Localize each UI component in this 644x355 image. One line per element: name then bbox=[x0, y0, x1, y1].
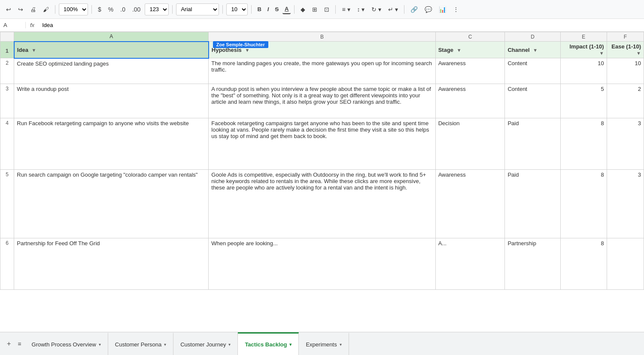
tab-persona-label: Customer Persona bbox=[115, 341, 161, 348]
rotate-button[interactable]: ↻ ▾ bbox=[369, 4, 384, 15]
divider-3 bbox=[172, 5, 173, 14]
row-idea-1[interactable]: Write a roundup post bbox=[14, 84, 209, 118]
row-ease-4[interactable] bbox=[607, 238, 644, 290]
font-select[interactable]: Arial bbox=[176, 3, 219, 15]
col-e-header[interactable]: E bbox=[560, 32, 607, 42]
header-idea-cell[interactable]: Idea ▼ Zoe Semple-Shuchter bbox=[14, 42, 209, 58]
wrap-button[interactable]: ↵ ▾ bbox=[386, 4, 401, 15]
col-f-header[interactable]: F bbox=[607, 32, 644, 42]
more-button[interactable]: ⋮ bbox=[450, 4, 462, 15]
col-a-header[interactable]: A bbox=[14, 32, 209, 42]
row-channel-2[interactable]: Paid bbox=[505, 118, 560, 170]
row-impact-3[interactable]: 8 bbox=[560, 170, 607, 238]
comment-button[interactable]: 💬 bbox=[422, 4, 434, 15]
tab-backlog-chevron: ▾ bbox=[289, 342, 292, 347]
tab-customer-journey[interactable]: Customer Journey ▾ bbox=[173, 332, 238, 355]
row-impact-4[interactable]: 8 bbox=[560, 238, 607, 290]
header-channel-cell[interactable]: Channel ▼ bbox=[505, 42, 560, 58]
tab-journey-chevron: ▾ bbox=[228, 342, 231, 347]
row-stage-3[interactable]: Awareness bbox=[435, 170, 505, 238]
tab-experiments-label: Experiments bbox=[306, 341, 337, 348]
row-channel-1[interactable]: Content bbox=[505, 84, 560, 118]
tab-growth-chevron: ▾ bbox=[99, 342, 101, 347]
link-button[interactable]: 🔗 bbox=[408, 4, 420, 15]
row-stage-2[interactable]: Decision bbox=[435, 118, 505, 170]
undo-button[interactable]: ↩ bbox=[3, 4, 14, 15]
impact-filter-icon[interactable]: ▼ bbox=[599, 51, 604, 56]
stage-filter-icon[interactable]: ▼ bbox=[457, 48, 462, 53]
font-size-select[interactable]: 10 bbox=[226, 3, 248, 15]
header-ease-cell[interactable]: Ease (1-10) ▼ bbox=[607, 42, 644, 58]
column-headers: A B C D E F bbox=[0, 32, 644, 42]
row-ease-1[interactable]: 2 bbox=[607, 84, 644, 118]
row-stage-4[interactable]: A... bbox=[435, 238, 505, 290]
tab-growth-process[interactable]: Growth Process Overview ▾ bbox=[25, 332, 108, 355]
header-impact-cell[interactable]: Impact (1-10) ▼ bbox=[560, 42, 607, 58]
idea-filter-icon[interactable]: ▼ bbox=[31, 48, 36, 53]
fill-color-button[interactable]: ◆ bbox=[298, 4, 308, 15]
merge-button[interactable]: ⊡ bbox=[322, 4, 332, 15]
format-select[interactable]: 123 bbox=[145, 3, 169, 15]
fx-label: fx bbox=[26, 22, 39, 28]
bold-button[interactable]: B bbox=[255, 5, 263, 14]
borders-button[interactable]: ⊞ bbox=[310, 4, 320, 15]
percent-button[interactable]: % bbox=[106, 4, 116, 15]
halign-button[interactable]: ≡ ▾ bbox=[339, 4, 352, 15]
sheet-tabs: + ≡ Growth Process Overview ▾ Customer P… bbox=[0, 332, 644, 355]
tab-customer-persona[interactable]: Customer Persona ▾ bbox=[108, 332, 173, 355]
col-d-header[interactable]: D bbox=[505, 32, 560, 42]
decimal0-button[interactable]: .0 bbox=[118, 4, 128, 15]
currency-button[interactable]: $ bbox=[95, 4, 104, 15]
underline-button[interactable]: A bbox=[283, 4, 291, 14]
chart-button[interactable]: 📊 bbox=[436, 4, 449, 15]
row-hypothesis-4[interactable]: When people are looking... bbox=[209, 238, 435, 290]
row-idea-2[interactable]: Run Facebook retargeting campaign to any… bbox=[14, 118, 209, 170]
italic-button[interactable]: I bbox=[265, 5, 271, 14]
row-idea-0[interactable]: Create SEO optimized landing pages bbox=[14, 58, 209, 84]
header-channel-label: Channel bbox=[507, 47, 529, 53]
row-hypothesis-1[interactable]: A roundup post is when you interview a f… bbox=[209, 84, 435, 118]
tab-experiments-chevron: ▾ bbox=[340, 342, 342, 347]
zoom-select[interactable]: 100% bbox=[59, 3, 88, 15]
spreadsheet-table: A B C D E F 1 Idea ▼ Zoe Semple-Shuchter… bbox=[0, 32, 644, 290]
tab-tactics-backlog[interactable]: Tactics Backlog ▾ bbox=[238, 332, 299, 355]
row-impact-0[interactable]: 10 bbox=[560, 58, 607, 84]
tab-growth-label: Growth Process Overview bbox=[32, 341, 96, 348]
channel-filter-icon[interactable]: ▼ bbox=[533, 48, 538, 53]
row-hypothesis-2[interactable]: Facebook retargeting campaigns target an… bbox=[209, 118, 435, 170]
redo-button[interactable]: ↪ bbox=[15, 4, 26, 15]
row-stage-0[interactable]: Awareness bbox=[435, 58, 505, 84]
hypothesis-filter-icon[interactable]: ▼ bbox=[245, 48, 249, 53]
header-stage-cell[interactable]: Stage ▼ bbox=[435, 42, 505, 58]
row-num-1: 1 bbox=[0, 42, 14, 58]
row-impact-1[interactable]: 5 bbox=[560, 84, 607, 118]
list-sheets-button[interactable]: ≡ bbox=[14, 339, 24, 349]
valign-button[interactable]: ↕ ▾ bbox=[355, 4, 368, 15]
row-idea-3[interactable]: Run search campaign on Google targeting … bbox=[14, 170, 209, 238]
formula-bar: A fx bbox=[0, 19, 644, 32]
ease-filter-icon[interactable]: ▼ bbox=[636, 51, 641, 56]
row-stage-1[interactable]: Awareness bbox=[435, 84, 505, 118]
row-ease-2[interactable]: 3 bbox=[607, 118, 644, 170]
corner-header bbox=[0, 32, 14, 42]
decimal00-button[interactable]: .00 bbox=[130, 4, 143, 15]
row-hypothesis-3[interactable]: Goole Ads is competitive, especially wit… bbox=[209, 170, 435, 238]
row-channel-3[interactable]: Paid bbox=[505, 170, 560, 238]
add-sheet-button[interactable]: + bbox=[3, 338, 14, 349]
row-ease-0[interactable]: 10 bbox=[607, 58, 644, 84]
tab-experiments[interactable]: Experiments ▾ bbox=[299, 332, 349, 355]
divider-2 bbox=[91, 5, 92, 14]
col-b-header[interactable]: B bbox=[209, 32, 435, 42]
row-channel-4[interactable]: Partnership bbox=[505, 238, 560, 290]
paint-format-button[interactable]: 🖌 bbox=[40, 4, 52, 15]
row-hypothesis-0[interactable]: The more landing pages you create, the m… bbox=[209, 58, 435, 84]
col-c-header[interactable]: C bbox=[435, 32, 505, 42]
strikethrough-button[interactable]: S bbox=[273, 5, 281, 14]
row-ease-3[interactable]: 3 bbox=[607, 170, 644, 238]
print-button[interactable]: 🖨 bbox=[27, 4, 39, 15]
row-channel-0[interactable]: Content bbox=[505, 58, 560, 84]
formula-input[interactable] bbox=[39, 22, 644, 28]
row-impact-2[interactable]: 8 bbox=[560, 118, 607, 170]
table-row: 6 Partnership for Feed Off The Grid When… bbox=[0, 238, 644, 290]
row-idea-4[interactable]: Partnership for Feed Off The Grid bbox=[14, 238, 209, 290]
